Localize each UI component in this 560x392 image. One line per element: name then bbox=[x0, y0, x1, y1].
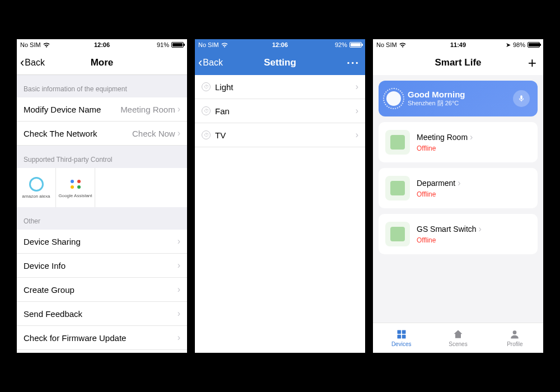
plus-icon: + bbox=[528, 54, 536, 71]
chevron-left-icon: ‹ bbox=[198, 57, 202, 69]
battery-pct-text: 98% bbox=[513, 41, 525, 48]
battery-icon bbox=[349, 42, 362, 48]
tab-label: Scenes bbox=[449, 341, 467, 347]
location-icon: ➤ bbox=[506, 41, 511, 49]
device-thumb-icon bbox=[385, 176, 410, 200]
wifi-icon bbox=[221, 43, 228, 48]
chevron-right-icon: › bbox=[178, 260, 180, 270]
row-modify-device-name[interactable]: Modify Device Name Meeting Room› bbox=[17, 97, 187, 122]
wifi-icon bbox=[399, 43, 406, 48]
device-thumb-icon bbox=[385, 222, 410, 246]
row-device-info[interactable]: Device Info› bbox=[17, 254, 187, 278]
row-send-feedback[interactable]: Send Feedback› bbox=[17, 302, 187, 326]
ga-label: Google Assistant bbox=[58, 193, 92, 198]
more-icon: ··· bbox=[347, 57, 360, 69]
section-basic-header: Basic information of the equipment bbox=[17, 75, 187, 97]
alexa-label: amazon alexa bbox=[22, 194, 50, 199]
clock-icon: ⏱ bbox=[202, 82, 211, 91]
device-name: Deparment bbox=[417, 179, 455, 188]
tab-profile[interactable]: Profile bbox=[487, 323, 543, 353]
battery-icon bbox=[171, 42, 184, 48]
back-button[interactable]: ‹ Back bbox=[198, 57, 223, 69]
row-light[interactable]: ⏱ Light › bbox=[195, 75, 365, 99]
more-menu-button[interactable]: ··· bbox=[347, 57, 360, 69]
alexa-icon bbox=[29, 177, 44, 192]
chevron-right-icon: › bbox=[178, 333, 180, 343]
clock-icon: ⏱ bbox=[202, 106, 211, 115]
section-thirdparty-header: Supported Third-party Control bbox=[17, 146, 187, 168]
add-button[interactable]: + bbox=[528, 54, 536, 72]
chevron-right-icon: › bbox=[356, 82, 358, 92]
google-assistant-icon bbox=[69, 178, 82, 191]
status-bar: No SIM 12:06 91% bbox=[17, 39, 187, 50]
screen-setting: No SIM 12:06 92% ‹ Back Setting ··· ⏱ Li… bbox=[195, 39, 365, 353]
row-value: Meeting Room bbox=[120, 105, 175, 114]
device-card-department[interactable]: Deparment› Offline bbox=[379, 168, 538, 208]
greeting-card[interactable]: Good Morning Shenzhen 阴 26°C bbox=[379, 81, 538, 116]
tab-bar: Devices Scenes Profile bbox=[373, 323, 543, 353]
mic-icon bbox=[517, 95, 525, 102]
device-name: Meeting Room bbox=[417, 133, 468, 142]
weather-sun-icon bbox=[386, 91, 401, 106]
device-card-meeting-room[interactable]: Meeting Room› Offline bbox=[379, 122, 538, 162]
chevron-left-icon: ‹ bbox=[20, 57, 24, 69]
chevron-right-icon: › bbox=[178, 104, 180, 114]
tab-label: Devices bbox=[391, 341, 412, 347]
voice-button[interactable] bbox=[513, 90, 530, 107]
page-title: Setting bbox=[264, 57, 296, 68]
device-status: Offline bbox=[417, 144, 473, 152]
battery-icon bbox=[528, 42, 540, 48]
clock-icon: ⏱ bbox=[202, 130, 211, 139]
row-label: Check The Network bbox=[24, 129, 97, 138]
nav-bar: Smart Life + bbox=[373, 50, 543, 75]
back-label: Back bbox=[203, 58, 223, 68]
chevron-right-icon: › bbox=[356, 106, 358, 116]
row-value: Check Now bbox=[132, 129, 175, 138]
row-check-network[interactable]: Check The Network Check Now› bbox=[17, 122, 187, 146]
scenes-icon bbox=[452, 329, 464, 340]
chevron-right-icon: › bbox=[458, 178, 460, 188]
page-title: Smart Life bbox=[435, 57, 481, 68]
row-create-group[interactable]: Create Group› bbox=[17, 278, 187, 302]
screen-more: No SIM 12:06 91% ‹ Back More Basic infor… bbox=[17, 39, 187, 353]
svg-rect-3 bbox=[402, 335, 405, 339]
status-bar: No SIM 12:06 92% bbox=[195, 39, 365, 50]
device-thumb-icon bbox=[385, 130, 410, 155]
chevron-right-icon: › bbox=[356, 130, 358, 140]
svg-rect-0 bbox=[397, 330, 401, 334]
svg-point-4 bbox=[513, 330, 517, 334]
chevron-right-icon: › bbox=[178, 236, 180, 246]
carrier-text: No SIM bbox=[20, 41, 41, 48]
row-device-sharing[interactable]: Device Sharing› bbox=[17, 230, 187, 254]
clock-text: 12:06 bbox=[94, 41, 110, 48]
device-status: Offline bbox=[417, 190, 461, 198]
carrier-text: No SIM bbox=[376, 41, 397, 48]
devices-icon bbox=[396, 329, 407, 340]
chevron-right-icon: › bbox=[178, 309, 180, 319]
row-fan[interactable]: ⏱ Fan › bbox=[195, 99, 365, 123]
thirdparty-google-assistant[interactable]: Google Assistant bbox=[56, 168, 95, 207]
chevron-right-icon: › bbox=[479, 224, 482, 234]
back-label: Back bbox=[25, 58, 45, 68]
screen-smart-life: No SIM 11:49 ➤ 98% Smart Life + Good Mor… bbox=[373, 39, 543, 353]
row-tv[interactable]: ⏱ TV › bbox=[195, 123, 365, 147]
tab-scenes[interactable]: Scenes bbox=[430, 323, 486, 353]
carrier-text: No SIM bbox=[198, 41, 219, 48]
clock-text: 12:06 bbox=[272, 41, 288, 48]
back-button[interactable]: ‹ Back bbox=[20, 57, 45, 69]
device-card-gs-smart-switch[interactable]: GS Smart Switch› Offline bbox=[379, 214, 538, 254]
section-other-header: Other bbox=[17, 207, 187, 230]
thirdparty-alexa[interactable]: amazon alexa bbox=[17, 168, 56, 207]
nav-bar: ‹ Back More bbox=[17, 50, 187, 75]
battery-pct-text: 91% bbox=[157, 41, 169, 48]
row-firmware-update[interactable]: Check for Firmware Update› bbox=[17, 326, 187, 350]
greeting-subtitle: Shenzhen 阴 26°C bbox=[408, 99, 465, 108]
chevron-right-icon: › bbox=[178, 128, 180, 138]
battery-pct-text: 92% bbox=[335, 41, 347, 48]
chevron-right-icon: › bbox=[470, 132, 473, 142]
thirdparty-grid: amazon alexa Google Assistant bbox=[17, 168, 187, 207]
svg-rect-2 bbox=[397, 335, 401, 339]
row-label: Modify Device Name bbox=[24, 105, 101, 114]
tab-devices[interactable]: Devices bbox=[373, 323, 430, 353]
device-name: GS Smart Switch bbox=[417, 225, 477, 234]
